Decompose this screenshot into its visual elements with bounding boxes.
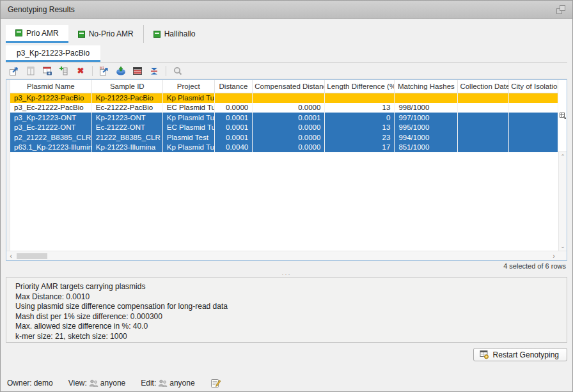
- column-header[interactable]: Plasmid Name: [10, 80, 91, 93]
- table-cell[interactable]: 0.0000: [253, 123, 325, 133]
- table-cell[interactable]: 17: [325, 143, 395, 153]
- table-cell[interactable]: Kp-21223-ONT: [91, 113, 162, 123]
- view-label: View:: [68, 379, 87, 388]
- column-header[interactable]: City of Isolation: [509, 80, 558, 93]
- table-cell[interactable]: 0.0000: [214, 103, 253, 113]
- table-cell[interactable]: 851/1000: [395, 143, 458, 153]
- table-cell[interactable]: p3_Ec-21222-ONT: [10, 123, 91, 133]
- table-cell[interactable]: 0.0000: [253, 103, 325, 113]
- table-cell[interactable]: 0.0001: [214, 123, 253, 133]
- table-cell[interactable]: [458, 143, 509, 153]
- export-m1-icon[interactable]: M1: [97, 65, 111, 77]
- genotyping-results-window: Genotyping Results Prio AMR No-Prio AMR …: [0, 0, 573, 392]
- panel-splitter[interactable]: ···: [6, 271, 567, 277]
- table-cell[interactable]: [509, 132, 558, 143]
- table-cell[interactable]: 0.0040: [214, 143, 253, 153]
- table-cell[interactable]: 21222_B8385_CLR: [91, 132, 162, 143]
- table-cell[interactable]: [458, 113, 509, 123]
- table-cell[interactable]: 0: [325, 113, 395, 123]
- table-rows-icon[interactable]: [130, 65, 145, 77]
- table-cell[interactable]: [458, 123, 509, 133]
- info-line: Priority AMR targets carrying plasmids: [15, 282, 567, 292]
- table-cell[interactable]: Ec-21222-ONT: [91, 123, 162, 133]
- table-cell[interactable]: [395, 93, 458, 103]
- table-cell[interactable]: 13: [325, 123, 395, 133]
- table-cell[interactable]: Plasmid Test: [162, 132, 214, 143]
- column-header[interactable]: Compensated Distance: [253, 80, 325, 93]
- tab-prio-amr[interactable]: Prio AMR: [6, 25, 68, 43]
- scroll-right-arrow[interactable]: ›: [549, 252, 558, 260]
- tab-hallihallo[interactable]: Hallihallo: [143, 25, 205, 43]
- table-cell[interactable]: p63.1_Kp-21223-Illumina: [10, 143, 91, 153]
- scroll-down-arrow[interactable]: ⌄: [558, 243, 567, 249]
- table-cell[interactable]: Ec-21222-PacBio: [91, 103, 162, 113]
- column-header[interactable]: Matching Hashes: [395, 80, 458, 93]
- subtab-sample[interactable]: p3_Kp-21223-PacBio: [6, 45, 100, 62]
- table-row[interactable]: p2_21222_B8385_CLR21222_B8385_CLRPlasmid…: [10, 132, 558, 143]
- column-settings-icon[interactable]: [558, 80, 567, 152]
- table-cell[interactable]: [458, 103, 509, 113]
- scrollbar-thumb[interactable]: [17, 253, 47, 259]
- table-cell[interactable]: 0.0001: [253, 113, 325, 123]
- upload-db-icon[interactable]: [114, 65, 128, 77]
- column-header[interactable]: Distance: [214, 80, 253, 93]
- table-cell[interactable]: Kp Plasmid Tutorial: [162, 143, 214, 153]
- table-cell[interactable]: 995/1000: [395, 123, 458, 133]
- column-header[interactable]: Collection Date: [458, 80, 509, 93]
- delete-icon[interactable]: ✖: [74, 65, 88, 77]
- table-cell[interactable]: 0.0000: [253, 143, 325, 153]
- table-cell[interactable]: EC Plasmid Tutorial: [162, 103, 214, 113]
- table-cell[interactable]: Kp-21223-Illumina: [91, 143, 162, 153]
- table-row[interactable]: p3_Kp-21223-PacBioKp-21223-PacBioKp Plas…: [10, 93, 558, 103]
- table-cell[interactable]: 994/1000: [395, 132, 458, 143]
- table-cell[interactable]: [325, 93, 395, 103]
- toolbar: ✖ M1: [6, 63, 567, 79]
- horizontal-scrollbar[interactable]: ‹ ›: [6, 251, 567, 260]
- vertical-scrollbar[interactable]: ⌃ ⌄: [558, 152, 567, 251]
- table-cell[interactable]: [509, 93, 558, 103]
- table-cell[interactable]: [509, 113, 558, 123]
- table-row[interactable]: p3_Ec-21222-PacBioEc-21222-PacBioEC Plas…: [10, 103, 558, 113]
- table-image-icon[interactable]: [40, 65, 54, 77]
- table-cell[interactable]: 998/1000: [395, 103, 458, 113]
- search-icon[interactable]: [171, 65, 185, 77]
- add-column-icon[interactable]: [57, 65, 71, 77]
- edit-notes-icon[interactable]: [210, 378, 221, 388]
- table-cell[interactable]: p2_21222_B8385_CLR: [10, 132, 91, 143]
- columns-icon[interactable]: [24, 65, 38, 77]
- table-cell[interactable]: p3_Kp-21223-PacBio: [10, 93, 91, 103]
- export-table-icon[interactable]: [7, 65, 21, 77]
- table-row[interactable]: p3_Kp-21223-ONTKp-21223-ONTKp Plasmid Tu…: [10, 113, 558, 123]
- table-cell[interactable]: p3_Kp-21223-ONT: [10, 113, 91, 123]
- float-panel-icon[interactable]: [556, 5, 565, 14]
- table-cell[interactable]: 0.0001: [214, 113, 253, 123]
- table-cell[interactable]: 13: [325, 103, 395, 113]
- filter-sort-icon[interactable]: [147, 65, 161, 77]
- table-cell[interactable]: EC Plasmid Tutorial: [162, 123, 214, 133]
- table-cell[interactable]: 23: [325, 132, 395, 143]
- table-cell[interactable]: Kp-21223-PacBio: [91, 93, 162, 103]
- column-header[interactable]: Length Difference (%): [325, 80, 395, 93]
- scroll-up-arrow[interactable]: ⌃: [558, 153, 567, 160]
- table-cell[interactable]: [509, 143, 558, 153]
- table-cell[interactable]: [253, 93, 325, 103]
- table-cell[interactable]: [509, 123, 558, 133]
- table-cell[interactable]: [458, 132, 509, 143]
- tab-no-prio-amr[interactable]: No-Prio AMR: [68, 25, 143, 43]
- info-line: Using plasmid size difference compensati…: [15, 302, 567, 312]
- table-cell[interactable]: p3_Ec-21222-PacBio: [10, 103, 91, 113]
- table-cell[interactable]: Kp Plasmid Tutorial: [162, 113, 214, 123]
- column-header[interactable]: Sample ID: [91, 80, 162, 93]
- restart-genotyping-button[interactable]: Restart Genotyping: [473, 348, 567, 361]
- table-cell[interactable]: 0.0001: [214, 132, 253, 143]
- table-cell[interactable]: Kp Plasmid Tutorial: [162, 93, 214, 103]
- column-header[interactable]: Project: [162, 80, 214, 93]
- table-cell[interactable]: [214, 93, 253, 103]
- table-cell[interactable]: [458, 93, 509, 103]
- table-cell[interactable]: 0.0000: [253, 132, 325, 143]
- table-cell[interactable]: [509, 103, 558, 113]
- scroll-left-arrow[interactable]: ‹: [6, 252, 15, 260]
- table-row[interactable]: p3_Ec-21222-ONTEc-21222-ONTEC Plasmid Tu…: [10, 123, 558, 133]
- table-row[interactable]: p63.1_Kp-21223-IlluminaKp-21223-Illumina…: [10, 143, 558, 153]
- table-cell[interactable]: 997/1000: [395, 113, 458, 123]
